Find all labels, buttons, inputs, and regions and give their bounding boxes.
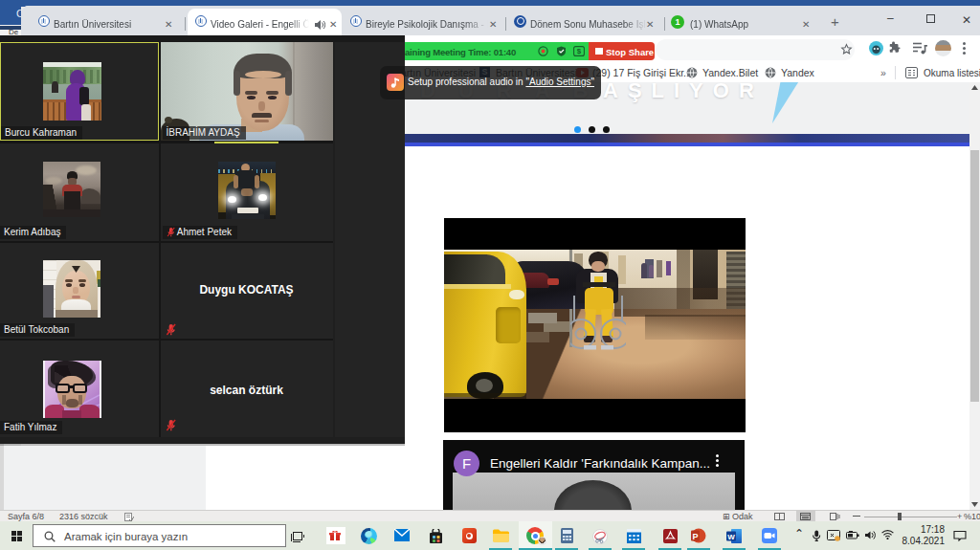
svg-text:P: P: [692, 532, 698, 541]
svg-text:$: $: [577, 47, 582, 55]
svg-text:W: W: [727, 532, 735, 540]
